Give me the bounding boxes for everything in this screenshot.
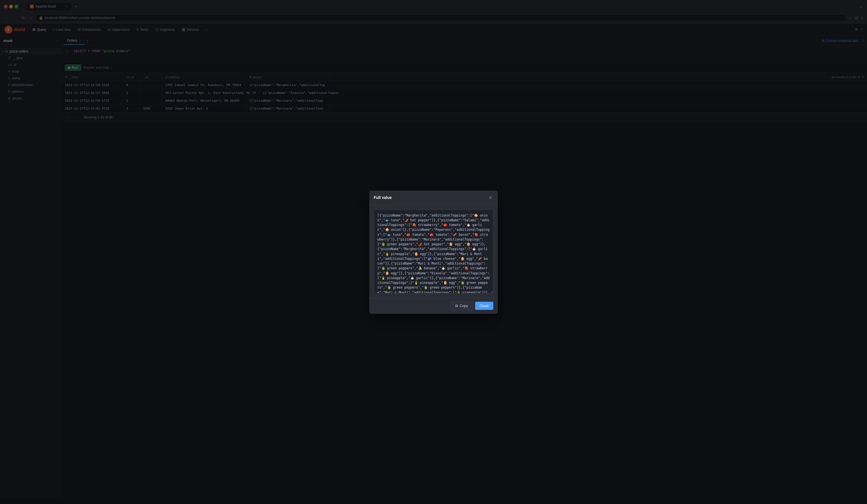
full-value-modal: Full value ✕ [{"pizzaName":"Margherita",… [369, 191, 498, 314]
copy-icon: ⧉ [455, 304, 458, 308]
modal-content-text[interactable]: [{"pizzaName":"Margherita","additionalTo… [374, 210, 493, 293]
modal-footer: ⧉ Copy Close [369, 298, 498, 314]
modal-header: Full value ✕ [369, 191, 498, 205]
close-button-label: Close [480, 304, 489, 308]
copy-button-label: Copy [460, 304, 468, 308]
modal-overlay[interactable]: Full value ✕ [{"pizzaName":"Margherita",… [0, 0, 867, 497]
modal-title: Full value [374, 195, 392, 200]
close-button[interactable]: Close [475, 302, 493, 310]
modal-body: [{"pizzaName":"Margherita","additionalTo… [369, 205, 498, 298]
modal-close-button[interactable]: ✕ [488, 194, 493, 201]
copy-button[interactable]: ⧉ Copy [451, 301, 473, 310]
